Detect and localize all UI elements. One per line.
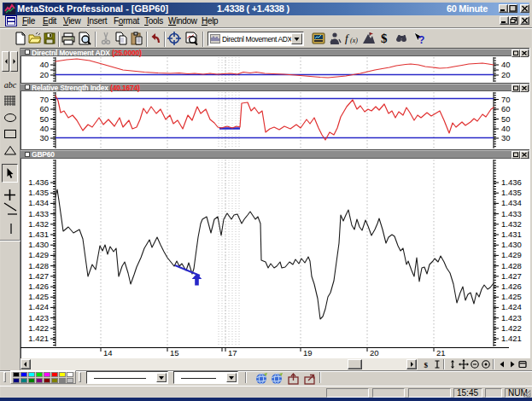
- svg-text:15: 15: [170, 348, 179, 357]
- svg-text:1.422: 1.422: [28, 323, 49, 333]
- svg-text:1.428: 1.428: [28, 261, 49, 270]
- svg-text:70: 70: [39, 95, 49, 104]
- svg-text:1.431: 1.431: [28, 230, 49, 239]
- svg-text:1.435: 1.435: [501, 188, 522, 197]
- svg-text:1.424: 1.424: [501, 302, 522, 311]
- svg-text:40: 40: [39, 60, 49, 69]
- svg-text:1.430: 1.430: [28, 240, 49, 249]
- svg-text:20: 20: [39, 70, 49, 79]
- svg-text:1.428: 1.428: [501, 261, 522, 270]
- svg-text:1.422: 1.422: [501, 323, 522, 333]
- svg-text:1.431: 1.431: [501, 230, 522, 239]
- svg-text:60: 60: [501, 104, 511, 113]
- svg-text:1.425: 1.425: [501, 292, 522, 301]
- svg-text:1.432: 1.432: [501, 219, 522, 229]
- svg-text:14: 14: [103, 348, 113, 357]
- svg-text:30: 30: [39, 133, 49, 142]
- svg-text:17: 17: [228, 348, 237, 357]
- svg-text:50: 50: [501, 114, 511, 124]
- svg-text:1.430: 1.430: [501, 240, 522, 249]
- svg-text:60: 60: [39, 104, 49, 113]
- svg-text:50: 50: [39, 114, 49, 124]
- svg-text:1.434: 1.434: [28, 198, 49, 207]
- svg-text:21: 21: [436, 348, 446, 357]
- svg-text:40: 40: [39, 124, 49, 133]
- svg-text:1.421: 1.421: [501, 334, 522, 343]
- svg-text:1.436: 1.436: [28, 177, 49, 187]
- svg-text:30: 30: [501, 133, 511, 142]
- svg-text:$: $: [424, 361, 429, 369]
- svg-text:1.429: 1.429: [28, 250, 49, 259]
- svg-text:20: 20: [370, 348, 379, 357]
- svg-text:1.421: 1.421: [28, 334, 49, 343]
- svg-text:1.424: 1.424: [28, 302, 49, 311]
- svg-text:1.426: 1.426: [28, 282, 49, 291]
- svg-text:1.427: 1.427: [501, 271, 522, 281]
- svg-text:1.427: 1.427: [28, 271, 49, 281]
- svg-text:40: 40: [501, 60, 511, 69]
- svg-text:1.425: 1.425: [28, 292, 49, 301]
- svg-text:1.426: 1.426: [501, 282, 522, 291]
- svg-text:1.433: 1.433: [28, 209, 49, 218]
- svg-text:19: 19: [303, 348, 313, 357]
- svg-text:1.423: 1.423: [501, 313, 522, 323]
- svg-text:1.429: 1.429: [501, 250, 522, 259]
- svg-text:70: 70: [501, 95, 511, 104]
- svg-text:1.433: 1.433: [501, 209, 522, 218]
- svg-text:1.423: 1.423: [28, 313, 49, 323]
- svg-text:1.434: 1.434: [501, 198, 522, 207]
- svg-text:20: 20: [501, 70, 511, 79]
- svg-text:1.432: 1.432: [28, 219, 49, 229]
- svg-text:1.436: 1.436: [501, 177, 522, 187]
- svg-text:1.435: 1.435: [28, 188, 49, 197]
- svg-text:40: 40: [501, 124, 511, 133]
